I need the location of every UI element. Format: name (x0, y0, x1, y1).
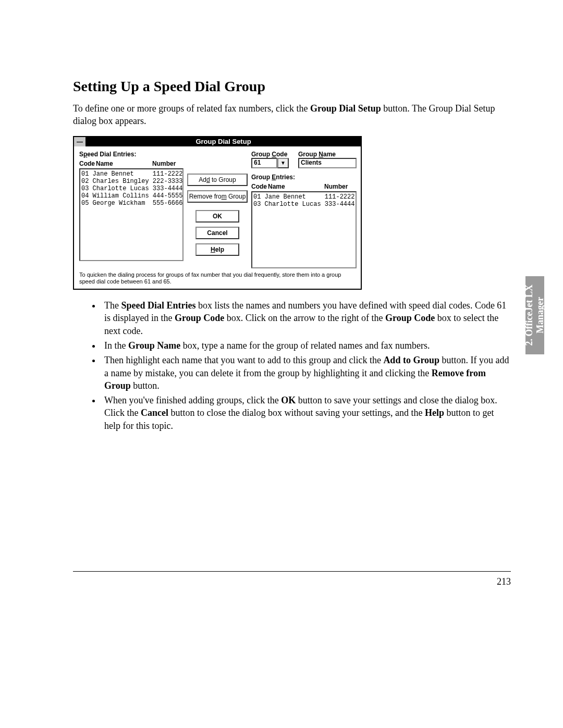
bold-text: Speed Dial Entries (121, 300, 195, 311)
group-column: Group Code 61 ▼ Group Name Clients (251, 151, 357, 268)
btn-accel: d (206, 176, 210, 183)
speed-dial-column: Speed Dial Entries: Code Name Number 01 … (79, 151, 183, 268)
intro-bold: Group Dial Setup (310, 103, 381, 114)
group-dial-setup-dialog: — Group Dial Setup Speed Dial Entries: C… (73, 136, 362, 290)
instruction-list: The Speed Dial Entries box lists the nam… (73, 299, 511, 432)
bold-text: Cancel (141, 408, 168, 418)
side-tab-line2: Manager (535, 297, 545, 334)
label-part: Group (251, 174, 272, 181)
remove-from-group-button[interactable]: Remove from Group (187, 190, 248, 203)
add-to-group-button[interactable]: Add to Group (187, 174, 248, 186)
group-code-value[interactable]: 61 (251, 158, 277, 168)
dialog-titlebar: — Group Dial Setup (74, 137, 361, 146)
group-entries-header-row: Code Name Number (251, 183, 357, 190)
btn-accel: H (211, 246, 215, 253)
list-item: In the Group Name box, type a name for t… (101, 339, 511, 352)
cancel-button[interactable]: Cancel (195, 227, 239, 239)
btn-text: Group (227, 193, 246, 200)
text: box, type a name for the group of relate… (180, 340, 430, 351)
chapter-side-tab: 2. OfficeJet LX Manager (525, 276, 544, 354)
list-item: When you've finished adding groups, clic… (101, 394, 511, 432)
system-menu-icon[interactable]: — (74, 137, 86, 146)
btn-accel: m (222, 193, 227, 200)
list-item: The Speed Dial Entries box lists the nam… (101, 299, 511, 337)
label-part: Group (298, 151, 319, 158)
text: button. (131, 380, 160, 391)
dialog-title: Group Dial Setup (86, 137, 361, 146)
col-header-name: Name (268, 183, 324, 190)
text: button to close the dialog box without s… (168, 408, 425, 418)
label-accel: C (272, 151, 276, 158)
text: box. Click on the arrow to the right of … (224, 313, 385, 323)
btn-text: to Group (210, 176, 236, 183)
label-part: ame (323, 151, 336, 158)
bold-text: Add to Group (383, 355, 439, 365)
btn-text: Cancel (207, 229, 227, 237)
col-header-number: Number (152, 160, 183, 167)
btn-text: elp (215, 246, 224, 253)
bold-text: Help (425, 408, 444, 418)
group-entries-listbox[interactable]: 01 Jane Bennet 111-2222 03 Charlotte Luc… (251, 191, 357, 268)
footer-rule (73, 571, 511, 572)
label-part: S (79, 151, 83, 158)
label-accel: N (319, 151, 323, 158)
text: Then highlight each name that you want t… (104, 355, 383, 365)
ok-button[interactable]: OK (195, 210, 239, 223)
btn-text: OK (213, 213, 222, 220)
page-number: 213 (497, 576, 511, 587)
buttons-column: Add to Group Remove from Group OK Cancel… (189, 151, 246, 268)
list-item: Then highlight each name that you want t… (101, 354, 511, 392)
group-entries-label: Group Entries: (251, 174, 357, 181)
text: The (104, 300, 121, 311)
btn-text: Ad (199, 176, 206, 183)
side-tab-line1: 2. OfficeJet LX (524, 285, 534, 346)
label-part: eed Dial Entries: (87, 151, 136, 158)
label-part: ode (276, 151, 287, 158)
text: In the (104, 340, 128, 351)
group-code-label: Group Code (251, 151, 292, 158)
intro-text-pre: To define one or more groups of related … (73, 103, 310, 114)
col-header-code: Code (79, 160, 96, 167)
label-part: ntries: (276, 174, 295, 181)
col-header-name: Name (96, 160, 152, 167)
combo-dropdown-icon[interactable]: ▼ (277, 158, 289, 168)
speed-dial-listbox[interactable]: 01 Jane Bennet 111-2222 02 Charles Bingl… (79, 168, 183, 261)
speed-dial-header-row: Code Name Number (79, 160, 183, 167)
group-name-label: Group Name (298, 151, 357, 158)
group-name-input[interactable]: Clients (298, 158, 357, 168)
section-heading: Setting Up a Speed Dial Group (73, 78, 511, 95)
label-part: Group (251, 151, 272, 158)
bold-text: Group Name (128, 340, 180, 351)
btn-text: Remove fro (189, 193, 222, 200)
col-header-number: Number (324, 183, 357, 190)
bold-text: OK (281, 395, 296, 405)
text: When you've finished adding groups, clic… (104, 395, 281, 405)
help-button[interactable]: Help (195, 243, 239, 256)
group-code-combo[interactable]: 61 ▼ (251, 158, 292, 168)
bold-text: Group Code (385, 313, 435, 323)
dialog-hint-text: To quicken the dialing process for group… (79, 272, 356, 286)
col-header-code: Code (251, 183, 268, 190)
dialog-body: Speed Dial Entries: Code Name Number 01 … (74, 146, 361, 289)
bold-text: Group Code (175, 313, 224, 323)
document-page: Setting Up a Speed Dial Group To define … (0, 0, 563, 728)
speed-dial-entries-label: Speed Dial Entries: (79, 151, 183, 158)
intro-paragraph: To define one or more groups of related … (73, 102, 511, 128)
